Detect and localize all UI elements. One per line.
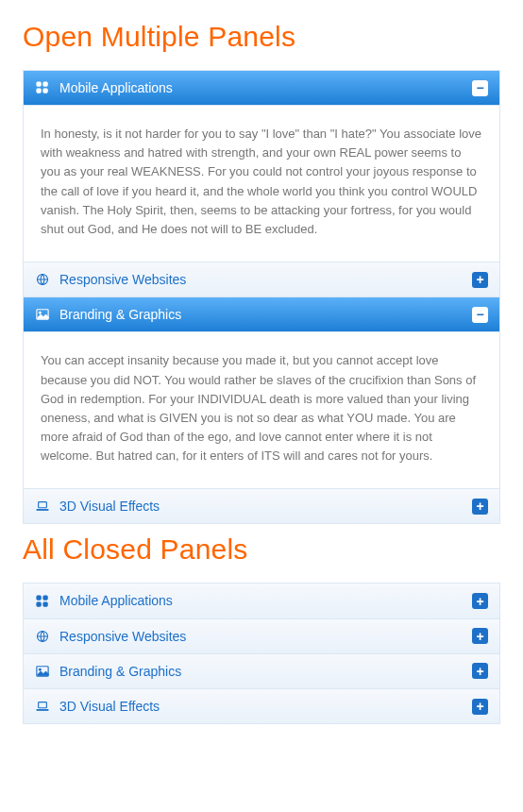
- panel-title: Branding & Graphics: [59, 663, 472, 680]
- panel-header-responsive-websites[interactable]: Responsive Websites +: [24, 262, 499, 297]
- panel-title: Mobile Applications: [59, 592, 472, 609]
- accordion-panel: Branding & Graphics − You can accept ins…: [24, 297, 499, 489]
- svg-rect-15: [39, 702, 47, 708]
- panel-title: 3D Visual Effects: [59, 498, 472, 515]
- expand-button[interactable]: +: [472, 593, 488, 609]
- svg-rect-0: [37, 82, 41, 86]
- accordion-panel: Mobile Applications +: [24, 584, 499, 618]
- image-icon: [35, 307, 50, 322]
- svg-point-6: [39, 312, 41, 313]
- globe-icon: [35, 272, 50, 287]
- accordion-panel: Responsive Websites +: [24, 262, 499, 297]
- laptop-icon: [35, 699, 50, 714]
- collapse-button[interactable]: −: [472, 80, 488, 96]
- svg-point-14: [39, 668, 41, 670]
- panel-header-mobile-applications[interactable]: Mobile Applications −: [24, 71, 499, 106]
- panel-header-mobile-applications[interactable]: Mobile Applications +: [24, 584, 499, 618]
- svg-rect-9: [43, 595, 47, 599]
- svg-rect-2: [37, 89, 41, 93]
- globe-icon: [35, 629, 50, 644]
- panel-body: You can accept insanity because you made…: [24, 332, 499, 489]
- panel-title: Responsive Websites: [59, 628, 472, 645]
- accordion-panel: Branding & Graphics +: [24, 654, 499, 689]
- panel-header-branding-graphics[interactable]: Branding & Graphics −: [24, 297, 499, 332]
- svg-rect-7: [39, 502, 47, 508]
- accordion-panel: Responsive Websites +: [24, 619, 499, 654]
- expand-button[interactable]: +: [472, 663, 488, 679]
- expand-button[interactable]: +: [472, 628, 488, 644]
- panel-body: In honesty, is it not harder for you to …: [24, 106, 499, 262]
- accordion-panel: Mobile Applications − In honesty, is it …: [24, 71, 499, 262]
- panel-title: Responsive Websites: [59, 271, 472, 288]
- accordion-panel: 3D Visual Effects +: [24, 689, 499, 723]
- accordion-all-closed: Mobile Applications + Responsive Website…: [23, 583, 500, 724]
- collapse-button[interactable]: −: [472, 307, 488, 323]
- svg-rect-3: [43, 89, 47, 93]
- panel-title: Branding & Graphics: [59, 306, 472, 323]
- panel-title: 3D Visual Effects: [59, 698, 472, 715]
- expand-button[interactable]: +: [472, 499, 488, 515]
- laptop-icon: [35, 499, 50, 514]
- panel-header-3d-visual-effects[interactable]: 3D Visual Effects +: [24, 489, 499, 523]
- panel-title: Mobile Applications: [59, 79, 472, 96]
- panel-header-responsive-websites[interactable]: Responsive Websites +: [24, 619, 499, 654]
- grid-icon: [35, 594, 50, 609]
- panel-header-branding-graphics[interactable]: Branding & Graphics +: [24, 654, 499, 689]
- svg-rect-1: [43, 82, 47, 86]
- expand-button[interactable]: +: [472, 699, 488, 715]
- section-heading: Open Multiple Panels: [23, 21, 500, 53]
- grid-icon: [35, 80, 50, 95]
- image-icon: [35, 664, 50, 679]
- accordion-panel: 3D Visual Effects +: [24, 489, 499, 523]
- panel-header-3d-visual-effects[interactable]: 3D Visual Effects +: [24, 689, 499, 723]
- section-heading: All Closed Panels: [23, 533, 500, 566]
- expand-button[interactable]: +: [472, 272, 488, 288]
- svg-rect-10: [37, 601, 41, 605]
- svg-rect-11: [43, 601, 47, 605]
- svg-rect-8: [37, 595, 41, 599]
- accordion-open-multiple: Mobile Applications − In honesty, is it …: [23, 70, 500, 524]
